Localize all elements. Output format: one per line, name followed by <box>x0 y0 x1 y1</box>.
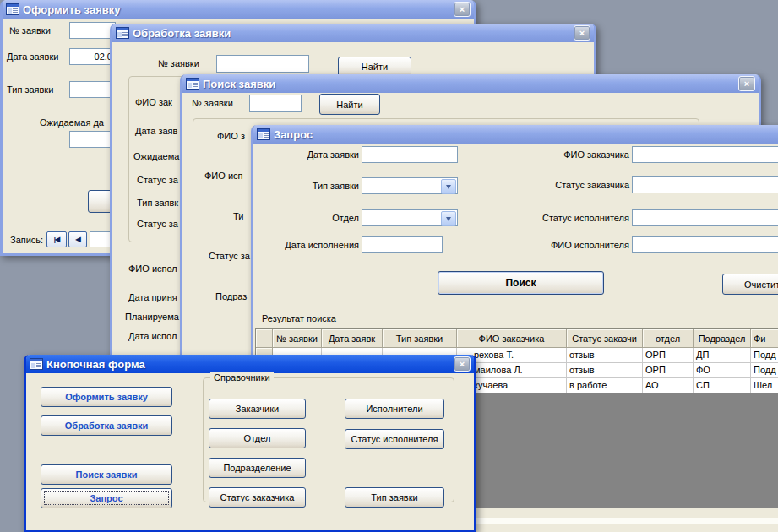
column-header[interactable]: Статус заказчи <box>567 329 643 348</box>
fio-ispolnitelya-input[interactable] <box>632 236 778 253</box>
tip-zayavki-label: Ти <box>233 211 243 221</box>
num-zayavki-input[interactable] <box>249 95 302 112</box>
column-header[interactable] <box>256 329 273 348</box>
close-icon[interactable]: × <box>454 356 471 372</box>
open-obrabotka-button[interactable]: Обработка заявки <box>41 415 172 436</box>
cell[interactable]: Подд <box>751 363 778 378</box>
close-icon[interactable]: × <box>574 25 590 41</box>
cell[interactable]: Шел <box>751 378 778 394</box>
data-ispolneniya-label: Дата испол <box>128 331 177 341</box>
fio-ispolnitelya-label: ФИО испол <box>128 263 177 274</box>
close-icon[interactable]: × <box>738 76 755 91</box>
tip-zayavki-label: Тип заявки <box>270 181 359 191</box>
open-oformit-button[interactable]: Оформить заявку <box>41 387 172 407</box>
cell[interactable]: ОРП <box>643 363 694 378</box>
zakazchiki-button[interactable]: Заказчики <box>209 399 306 419</box>
status-zakazchika-input[interactable] <box>632 176 778 193</box>
data-ispolneniya-input[interactable] <box>362 236 443 253</box>
cell[interactable]: ОРП <box>643 348 694 363</box>
cell[interactable]: отзыв <box>567 348 643 363</box>
status-zakazchika-button[interactable]: Статус заказчика <box>209 487 306 508</box>
clear-button[interactable]: Очистить <box>722 274 778 295</box>
otdel-combobox[interactable] <box>362 209 458 226</box>
fio-zakazchika-input[interactable] <box>632 146 778 163</box>
window-knopochnaya-forma: Кнопочная форма × Оформить заявку Обрабо… <box>24 355 476 532</box>
num-zayavki-label: № заявки <box>158 58 199 68</box>
record-nav-label: Запись: <box>10 235 43 245</box>
planiruemaya-data-label: Планируема <box>125 312 179 322</box>
window-title: Оформить заявку <box>23 3 450 16</box>
column-header[interactable]: Подраздел <box>694 329 751 348</box>
column-header[interactable]: Фи <box>751 329 778 348</box>
data-zayavki-label: Дата заяв <box>135 126 177 136</box>
column-header[interactable]: Тип заявки <box>383 329 457 348</box>
data-zayavki-label: Дата заявки <box>7 52 58 62</box>
cell[interactable]: в работе <box>567 378 643 394</box>
podrazdelenie-button[interactable]: Подразделение <box>209 458 306 478</box>
column-header[interactable]: № заявки <box>273 329 322 348</box>
form-body: Оформить заявку Обработка заявки Поиск з… <box>26 373 474 530</box>
window-title: Запрос <box>274 128 778 141</box>
status-zakazchika-label: Статус за <box>137 175 178 185</box>
window-title: Кнопочная форма <box>46 358 450 371</box>
form-icon <box>257 128 270 140</box>
status-ispolnitelya-input[interactable] <box>632 209 778 226</box>
table-header-row: № заявки Дата заявк Тип заявки ФИО заказ… <box>256 329 778 348</box>
num-zayavki-input[interactable] <box>69 22 116 39</box>
tip-zayavki-combobox[interactable] <box>362 177 458 194</box>
cell[interactable]: АО <box>643 378 694 394</box>
cell[interactable]: отзыв <box>567 363 643 378</box>
record-prev-button[interactable]: ◀ <box>68 231 87 247</box>
column-header[interactable]: ФИО заказчика <box>457 329 567 348</box>
num-zayavki-label: № заявки <box>192 98 233 108</box>
cell[interactable]: ФО <box>694 363 751 378</box>
tip-zayavki-button[interactable]: Тип заявки <box>345 487 444 508</box>
data-ispolneniya-label: Дата исполнения <box>270 240 359 250</box>
fio-zakazchika-label: ФИО зак <box>135 97 172 107</box>
titlebar[interactable]: Обработка заявки × <box>112 24 594 42</box>
titlebar[interactable]: Запрос × <box>253 125 778 144</box>
titlebar[interactable]: Кнопочная форма × <box>26 355 474 373</box>
open-poisk-button[interactable]: Поиск заявки <box>41 464 172 485</box>
num-zayavki-label: № заявки <box>9 25 51 35</box>
focus-rectangle <box>44 491 169 505</box>
expected-date-label: Ожидаемая да <box>40 117 104 128</box>
status-ispolnitelya-label: Статус исполнителя <box>494 213 629 223</box>
otdel-button[interactable]: Отдел <box>209 428 306 448</box>
expected-date-input[interactable] <box>69 131 116 148</box>
open-zapros-button[interactable]: Запрос <box>41 488 172 508</box>
dropdown-button[interactable] <box>441 179 456 194</box>
tip-zayavki-input[interactable] <box>69 81 116 98</box>
data-zayavki-input[interactable] <box>362 146 458 163</box>
groupbox-title: Справочники <box>210 372 274 383</box>
fio-ispolnitelya-label: ФИО исп <box>204 171 242 181</box>
column-header[interactable]: отдел <box>643 329 694 348</box>
close-icon[interactable]: × <box>454 2 471 17</box>
num-zayavki-input[interactable] <box>216 55 309 73</box>
titlebar[interactable]: Оформить заявку × <box>3 0 474 19</box>
fio-zakazchika-label: ФИО заказчика <box>494 149 629 160</box>
cell[interactable]: ДП <box>694 348 751 363</box>
window-title: Поиск заявки <box>203 78 735 90</box>
status-ispolnitelya-button[interactable]: Статус исполнителя <box>345 429 444 449</box>
data-zayavki-label: Дата заявки <box>270 149 359 160</box>
cell[interactable]: Подд <box>751 348 778 363</box>
form-icon <box>30 358 43 370</box>
search-button[interactable]: Поиск <box>438 271 604 295</box>
form-icon <box>6 3 19 15</box>
titlebar[interactable]: Поиск заявки × <box>182 74 759 93</box>
result-label: Результат поиска <box>262 313 336 323</box>
dropdown-button[interactable] <box>441 211 456 226</box>
record-first-button[interactable]: |◀ <box>46 231 67 247</box>
status-zayavki-label: Статус за <box>137 219 178 229</box>
fio-zakazchika-label: ФИО з <box>217 131 245 141</box>
cell[interactable]: СП <box>694 378 751 394</box>
window-title: Обработка заявки <box>133 27 570 40</box>
tip-zayavki-label: Тип заявк <box>137 198 178 208</box>
find-button[interactable]: Найти <box>319 94 380 115</box>
data-zayavki-input[interactable] <box>69 48 116 65</box>
ispolniteli-button[interactable]: Исполнители <box>345 399 444 419</box>
form-icon <box>186 78 199 90</box>
fio-ispolnitelya-label: ФИО исполнителя <box>494 240 629 250</box>
column-header[interactable]: Дата заявк <box>322 329 383 348</box>
